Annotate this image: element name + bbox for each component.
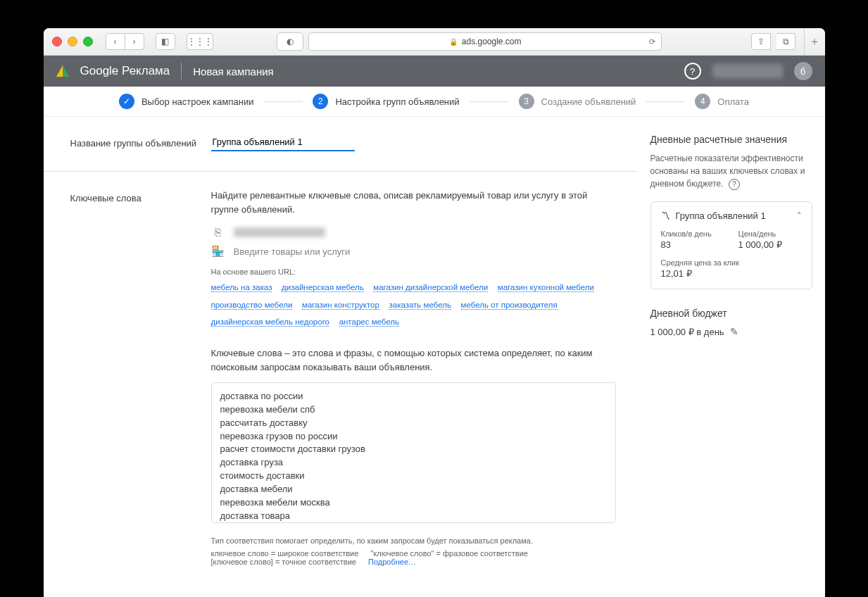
close-window-button[interactable] — [52, 37, 62, 46]
help-icon: ? — [690, 66, 695, 77]
keyword-suggestions-label: На основе вашего URL: — [211, 268, 616, 276]
account-avatar[interactable]: б — [794, 62, 812, 80]
match-example-exact: [ключевое слово] = точное соответствие — [211, 558, 356, 566]
estimate-card-toggle[interactable]: 〽 Группа объявлений 1 ˄ — [661, 210, 802, 221]
trend-icon: 〽 — [661, 210, 670, 221]
clicks-per-day-label: Кликов/в день — [661, 230, 724, 238]
logo-word-google: Google — [80, 64, 119, 77]
match-type-examples: ключевое слово = широкое соответствие "к… — [211, 549, 616, 566]
product-input-placeholder: Введите товары или услуги — [234, 246, 351, 257]
match-type-help: Тип соответствия помогает определить, по… — [211, 536, 616, 545]
ad-group-estimate-card: 〽 Группа объявлений 1 ˄ Кликов/в день 83… — [650, 201, 812, 289]
shield-icon: ◐ — [287, 37, 294, 46]
campaign-stepper: ✓ Выбор настроек кампании 2 Настройка гр… — [44, 87, 825, 117]
product-input-row[interactable]: 🏪 Введите товары или услуги — [211, 245, 616, 258]
safari-titlebar: ‹ › ◧ ⋮⋮⋮ ◐ 🔒 ads.google.com ⟳ ⇪ ⧉ — [44, 28, 825, 56]
sidebar: Дневные расчетные значения Расчетные пок… — [637, 117, 825, 597]
step-2[interactable]: 2 Настройка групп объявлений — [313, 94, 459, 109]
chevron-up-icon: ˄ — [797, 210, 802, 221]
keyword-suggestion-chip[interactable]: магазин конструктор — [302, 301, 379, 310]
price-per-day-value: 1 000,00 ₽ — [738, 239, 802, 250]
share-icon: ⇪ — [757, 37, 765, 46]
step-4-label: Оплата — [717, 96, 749, 107]
keyword-suggestion-chip[interactable]: дизайнерская мебель недорого — [211, 318, 330, 327]
keywords-intro-text: Найдите релевантные ключевые слова, опис… — [211, 189, 616, 216]
landing-url-value — [234, 227, 325, 237]
app-logo-text[interactable]: Google Реклама — [80, 64, 170, 78]
help-button[interactable]: ? — [684, 63, 701, 80]
estimate-card-title: Группа объявлений 1 — [676, 210, 766, 221]
new-tab-button[interactable]: ＋ — [804, 28, 824, 55]
step-number-icon: 2 — [313, 94, 328, 109]
step-number-icon: 3 — [519, 94, 534, 109]
account-initial: б — [800, 66, 805, 77]
start-page-button[interactable]: ⋮⋮⋮ — [187, 33, 213, 50]
keyword-suggestion-chip[interactable]: производство мебели — [211, 301, 293, 310]
sidebar-toggle-button[interactable]: ◧ — [156, 33, 175, 50]
keywords-textarea[interactable] — [211, 382, 616, 523]
landing-url-row[interactable]: ⎘ — [211, 226, 616, 238]
window-controls — [52, 37, 93, 46]
step-separator — [263, 101, 303, 102]
keyword-suggestion-chip[interactable]: заказать мебель — [389, 301, 451, 310]
edit-budget-button[interactable]: ✎ — [730, 326, 738, 337]
grid-icon: ⋮⋮⋮ — [187, 37, 213, 46]
daily-budget-value: 1 000,00 ₽ в день — [650, 327, 724, 337]
tabs-button[interactable]: ⧉ — [776, 33, 795, 50]
section-divider — [44, 171, 637, 172]
step-4[interactable]: 4 Оплата — [695, 94, 749, 109]
keyword-suggestions: мебель на заказ дизайнерская мебель мага… — [211, 279, 616, 331]
learn-more-link[interactable]: Подробнее… — [368, 558, 416, 566]
google-ads-logo-icon — [56, 65, 69, 77]
privacy-shield-button[interactable]: ◐ — [277, 32, 303, 51]
daily-budget-row: 1 000,00 ₽ в день ✎ — [650, 326, 812, 337]
estimates-subtext-body: Расчетные показатели эффективности основ… — [650, 153, 805, 189]
nav-back-button[interactable]: ‹ — [106, 33, 125, 50]
keywords-section-label: Ключевые слова — [70, 189, 197, 203]
keyword-suggestion-chip[interactable]: мебель от производителя — [461, 301, 558, 310]
pencil-icon: ✎ — [730, 326, 738, 337]
clicks-per-day-value: 83 — [661, 239, 724, 250]
app-header: Google Реклама Новая кампания ? б — [44, 56, 825, 87]
store-icon: 🏪 — [211, 245, 225, 258]
price-per-day-label: Цена/день — [738, 230, 802, 238]
share-button[interactable]: ⇪ — [751, 33, 771, 50]
keyword-suggestion-chip[interactable]: антарес мебель — [339, 318, 399, 327]
lock-icon: 🔒 — [449, 38, 458, 46]
step-separator — [470, 101, 509, 102]
ad-group-name-label: Название группы объявлений — [70, 134, 197, 149]
step-check-icon: ✓ — [119, 94, 134, 109]
nav-forward-button[interactable]: › — [125, 33, 144, 50]
reload-icon[interactable]: ⟳ — [649, 37, 655, 46]
keyword-suggestion-chip[interactable]: дизайнерская мебель — [282, 283, 364, 292]
avg-cpc-label: Средняя цена за клик — [661, 258, 802, 267]
fullscreen-window-button[interactable] — [83, 37, 93, 46]
chevron-right-icon: › — [133, 37, 136, 46]
keywords-description: Ключевые слова – это слова и фразы, с по… — [211, 346, 616, 374]
link-icon: ⎘ — [211, 226, 225, 238]
step-separator — [646, 101, 685, 102]
keyword-suggestion-chip[interactable]: магазин дизайнерской мебели — [373, 283, 488, 292]
ad-group-name-input[interactable] — [211, 134, 355, 151]
minimize-window-button[interactable] — [68, 37, 77, 46]
step-3[interactable]: 3 Создание объявлений — [519, 94, 636, 109]
step-1[interactable]: ✓ Выбор настроек кампании — [119, 94, 254, 109]
header-divider — [181, 63, 182, 80]
keywords-section: Ключевые слова Найдите релевантные ключе… — [70, 189, 616, 566]
avg-cpc-value: 12,01 ₽ — [661, 268, 802, 279]
estimates-subtext: Расчетные показатели эффективности основ… — [650, 152, 812, 190]
ad-group-name-row: Название группы объявлений — [70, 134, 616, 151]
sidebar-icon: ◧ — [161, 37, 169, 46]
step-number-icon: 4 — [695, 94, 710, 109]
keyword-suggestion-chip[interactable]: мебель на заказ — [211, 283, 272, 292]
keyword-suggestion-chip[interactable]: магазин кухонной мебели — [498, 283, 594, 292]
chevron-left-icon: ‹ — [114, 37, 117, 46]
browser-window: ‹ › ◧ ⋮⋮⋮ ◐ 🔒 ads.google.com ⟳ ⇪ ⧉ — [44, 28, 825, 597]
account-name[interactable] — [712, 64, 783, 78]
info-icon[interactable]: ? — [729, 179, 740, 190]
step-2-label: Настройка групп объявлений — [335, 96, 459, 107]
logo-word-ads: Реклама — [122, 64, 170, 77]
match-example-phrase: "ключевое слово" = фразовое соответствие — [370, 549, 527, 558]
page-title: Новая кампания — [193, 65, 273, 77]
address-bar[interactable]: ◐ 🔒 ads.google.com ⟳ — [308, 32, 662, 51]
